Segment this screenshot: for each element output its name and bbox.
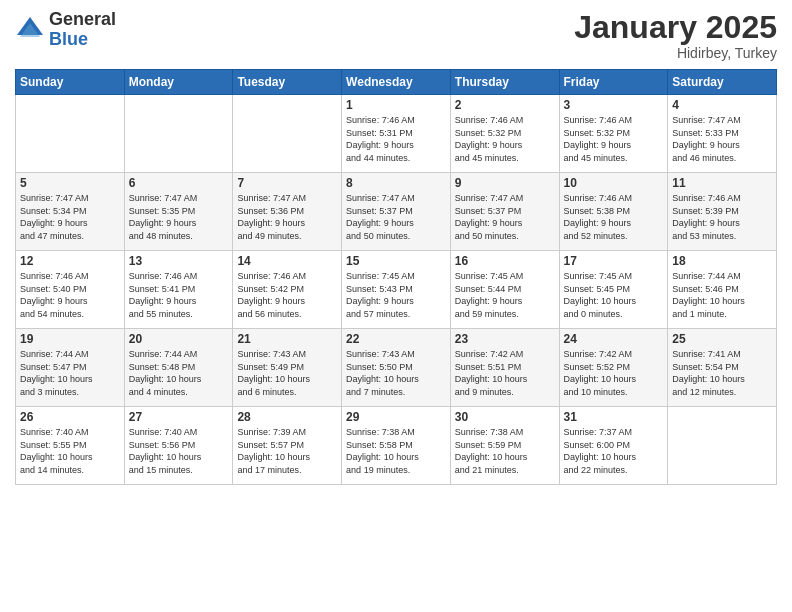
day-info: Sunrise: 7:40 AM Sunset: 5:55 PM Dayligh…	[20, 426, 120, 476]
day-cell: 20Sunrise: 7:44 AM Sunset: 5:48 PM Dayli…	[124, 329, 233, 407]
day-number: 11	[672, 176, 772, 190]
day-info: Sunrise: 7:46 AM Sunset: 5:40 PM Dayligh…	[20, 270, 120, 320]
day-cell: 15Sunrise: 7:45 AM Sunset: 5:43 PM Dayli…	[342, 251, 451, 329]
day-number: 14	[237, 254, 337, 268]
day-number: 31	[564, 410, 664, 424]
day-number: 16	[455, 254, 555, 268]
day-info: Sunrise: 7:43 AM Sunset: 5:49 PM Dayligh…	[237, 348, 337, 398]
day-number: 20	[129, 332, 229, 346]
day-cell: 17Sunrise: 7:45 AM Sunset: 5:45 PM Dayli…	[559, 251, 668, 329]
day-info: Sunrise: 7:47 AM Sunset: 5:36 PM Dayligh…	[237, 192, 337, 242]
day-number: 21	[237, 332, 337, 346]
day-number: 7	[237, 176, 337, 190]
day-number: 29	[346, 410, 446, 424]
day-info: Sunrise: 7:41 AM Sunset: 5:54 PM Dayligh…	[672, 348, 772, 398]
day-info: Sunrise: 7:45 AM Sunset: 5:45 PM Dayligh…	[564, 270, 664, 320]
day-info: Sunrise: 7:47 AM Sunset: 5:33 PM Dayligh…	[672, 114, 772, 164]
day-cell: 24Sunrise: 7:42 AM Sunset: 5:52 PM Dayli…	[559, 329, 668, 407]
day-cell: 26Sunrise: 7:40 AM Sunset: 5:55 PM Dayli…	[16, 407, 125, 485]
day-cell: 7Sunrise: 7:47 AM Sunset: 5:36 PM Daylig…	[233, 173, 342, 251]
day-number: 17	[564, 254, 664, 268]
logo-blue: Blue	[49, 30, 116, 50]
day-info: Sunrise: 7:38 AM Sunset: 5:58 PM Dayligh…	[346, 426, 446, 476]
day-cell: 23Sunrise: 7:42 AM Sunset: 5:51 PM Dayli…	[450, 329, 559, 407]
week-row-3: 12Sunrise: 7:46 AM Sunset: 5:40 PM Dayli…	[16, 251, 777, 329]
logo-text: General Blue	[49, 10, 116, 50]
day-number: 10	[564, 176, 664, 190]
location: Hidirbey, Turkey	[574, 45, 777, 61]
day-number: 15	[346, 254, 446, 268]
day-info: Sunrise: 7:46 AM Sunset: 5:41 PM Dayligh…	[129, 270, 229, 320]
day-cell: 30Sunrise: 7:38 AM Sunset: 5:59 PM Dayli…	[450, 407, 559, 485]
week-row-1: 1Sunrise: 7:46 AM Sunset: 5:31 PM Daylig…	[16, 95, 777, 173]
logo-general: General	[49, 10, 116, 30]
page: General Blue January 2025 Hidirbey, Turk…	[0, 0, 792, 612]
day-cell: 14Sunrise: 7:46 AM Sunset: 5:42 PM Dayli…	[233, 251, 342, 329]
day-number: 13	[129, 254, 229, 268]
day-cell: 10Sunrise: 7:46 AM Sunset: 5:38 PM Dayli…	[559, 173, 668, 251]
weekday-thursday: Thursday	[450, 70, 559, 95]
day-info: Sunrise: 7:47 AM Sunset: 5:35 PM Dayligh…	[129, 192, 229, 242]
day-info: Sunrise: 7:46 AM Sunset: 5:32 PM Dayligh…	[455, 114, 555, 164]
weekday-tuesday: Tuesday	[233, 70, 342, 95]
day-cell: 28Sunrise: 7:39 AM Sunset: 5:57 PM Dayli…	[233, 407, 342, 485]
weekday-sunday: Sunday	[16, 70, 125, 95]
weekday-saturday: Saturday	[668, 70, 777, 95]
day-number: 24	[564, 332, 664, 346]
day-cell: 8Sunrise: 7:47 AM Sunset: 5:37 PM Daylig…	[342, 173, 451, 251]
day-info: Sunrise: 7:44 AM Sunset: 5:47 PM Dayligh…	[20, 348, 120, 398]
day-number: 2	[455, 98, 555, 112]
day-number: 30	[455, 410, 555, 424]
title-area: January 2025 Hidirbey, Turkey	[574, 10, 777, 61]
day-info: Sunrise: 7:44 AM Sunset: 5:46 PM Dayligh…	[672, 270, 772, 320]
day-cell	[16, 95, 125, 173]
day-number: 4	[672, 98, 772, 112]
day-cell: 16Sunrise: 7:45 AM Sunset: 5:44 PM Dayli…	[450, 251, 559, 329]
day-info: Sunrise: 7:42 AM Sunset: 5:51 PM Dayligh…	[455, 348, 555, 398]
day-cell: 3Sunrise: 7:46 AM Sunset: 5:32 PM Daylig…	[559, 95, 668, 173]
day-number: 26	[20, 410, 120, 424]
day-cell: 1Sunrise: 7:46 AM Sunset: 5:31 PM Daylig…	[342, 95, 451, 173]
day-number: 27	[129, 410, 229, 424]
day-info: Sunrise: 7:43 AM Sunset: 5:50 PM Dayligh…	[346, 348, 446, 398]
day-number: 19	[20, 332, 120, 346]
weekday-monday: Monday	[124, 70, 233, 95]
day-info: Sunrise: 7:46 AM Sunset: 5:32 PM Dayligh…	[564, 114, 664, 164]
day-cell	[668, 407, 777, 485]
week-row-4: 19Sunrise: 7:44 AM Sunset: 5:47 PM Dayli…	[16, 329, 777, 407]
day-cell: 12Sunrise: 7:46 AM Sunset: 5:40 PM Dayli…	[16, 251, 125, 329]
day-cell: 25Sunrise: 7:41 AM Sunset: 5:54 PM Dayli…	[668, 329, 777, 407]
day-info: Sunrise: 7:46 AM Sunset: 5:38 PM Dayligh…	[564, 192, 664, 242]
day-number: 8	[346, 176, 446, 190]
day-number: 28	[237, 410, 337, 424]
day-cell: 22Sunrise: 7:43 AM Sunset: 5:50 PM Dayli…	[342, 329, 451, 407]
day-number: 23	[455, 332, 555, 346]
day-cell: 4Sunrise: 7:47 AM Sunset: 5:33 PM Daylig…	[668, 95, 777, 173]
day-info: Sunrise: 7:47 AM Sunset: 5:37 PM Dayligh…	[346, 192, 446, 242]
day-info: Sunrise: 7:37 AM Sunset: 6:00 PM Dayligh…	[564, 426, 664, 476]
header: General Blue January 2025 Hidirbey, Turk…	[15, 10, 777, 61]
day-info: Sunrise: 7:46 AM Sunset: 5:39 PM Dayligh…	[672, 192, 772, 242]
day-cell: 31Sunrise: 7:37 AM Sunset: 6:00 PM Dayli…	[559, 407, 668, 485]
weekday-friday: Friday	[559, 70, 668, 95]
day-number: 12	[20, 254, 120, 268]
day-cell: 19Sunrise: 7:44 AM Sunset: 5:47 PM Dayli…	[16, 329, 125, 407]
weekday-wednesday: Wednesday	[342, 70, 451, 95]
day-number: 18	[672, 254, 772, 268]
day-number: 25	[672, 332, 772, 346]
day-info: Sunrise: 7:40 AM Sunset: 5:56 PM Dayligh…	[129, 426, 229, 476]
day-info: Sunrise: 7:46 AM Sunset: 5:31 PM Dayligh…	[346, 114, 446, 164]
day-cell	[233, 95, 342, 173]
day-cell	[124, 95, 233, 173]
logo: General Blue	[15, 10, 116, 50]
day-info: Sunrise: 7:45 AM Sunset: 5:43 PM Dayligh…	[346, 270, 446, 320]
day-info: Sunrise: 7:38 AM Sunset: 5:59 PM Dayligh…	[455, 426, 555, 476]
day-number: 6	[129, 176, 229, 190]
day-cell: 21Sunrise: 7:43 AM Sunset: 5:49 PM Dayli…	[233, 329, 342, 407]
day-number: 22	[346, 332, 446, 346]
day-number: 5	[20, 176, 120, 190]
day-cell: 27Sunrise: 7:40 AM Sunset: 5:56 PM Dayli…	[124, 407, 233, 485]
day-cell: 11Sunrise: 7:46 AM Sunset: 5:39 PM Dayli…	[668, 173, 777, 251]
day-number: 3	[564, 98, 664, 112]
day-info: Sunrise: 7:47 AM Sunset: 5:34 PM Dayligh…	[20, 192, 120, 242]
